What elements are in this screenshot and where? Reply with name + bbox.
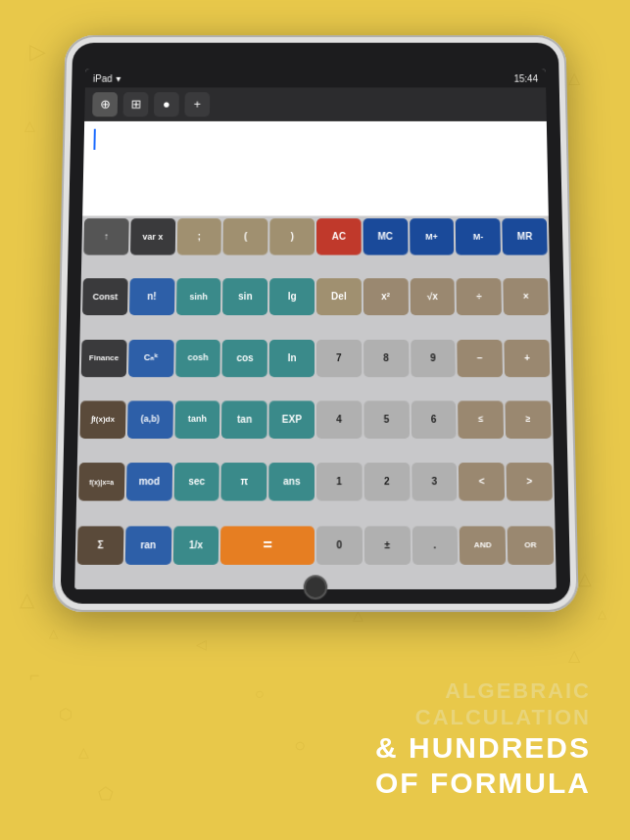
btn-ran[interactable]: ran	[125, 526, 171, 564]
btn-6[interactable]: 6	[411, 400, 457, 439]
btn-finance[interactable]: Finance	[81, 340, 127, 377]
btn-equals[interactable]: =	[220, 526, 315, 564]
btn-tan[interactable]: tan	[221, 400, 267, 439]
text-cursor	[93, 129, 95, 150]
status-bar: iPad ▾ 15:44	[85, 69, 546, 87]
btn-gt[interactable]: >	[507, 463, 553, 501]
promo-line3: & HUNDREDS	[375, 730, 591, 766]
btn-3[interactable]: 3	[412, 463, 458, 501]
calculator-grid: ↑ var x ; ( ) AC MC M+ M- MR Const n! si…	[74, 216, 557, 589]
btn-cos[interactable]: cos	[222, 340, 267, 377]
btn-5[interactable]: 5	[363, 400, 409, 439]
btn-factorial[interactable]: n!	[129, 279, 174, 316]
status-time: 15:44	[513, 73, 538, 84]
ipad-inner: iPad ▾ 15:44 ⊕ ⊞ ● + Mode: String DEG NO…	[60, 43, 570, 604]
btn-2[interactable]: 2	[363, 463, 410, 501]
btn-integral[interactable]: ∫f(x)dx	[79, 400, 125, 439]
btn-lt[interactable]: <	[459, 463, 505, 501]
btn-sigma[interactable]: Σ	[77, 526, 123, 564]
btn-exp[interactable]: EXP	[269, 400, 315, 439]
btn-add[interactable]: +	[505, 340, 551, 377]
btn-ac[interactable]: AC	[316, 218, 362, 255]
promo-line2: CALCULATION	[375, 705, 591, 730]
promo-line1: ALGEBRAIC	[375, 678, 591, 704]
btn-0[interactable]: 0	[316, 526, 363, 564]
ipad-frame: iPad ▾ 15:44 ⊕ ⊞ ● + Mode: String DEG NO…	[52, 35, 579, 612]
btn-1[interactable]: 1	[316, 463, 363, 501]
btn-lparen[interactable]: (	[223, 218, 268, 255]
toolbar-btn-circle[interactable]: ●	[154, 92, 179, 117]
ipad-label: iPad	[93, 73, 113, 84]
status-left: iPad ▾	[93, 73, 121, 84]
btn-or[interactable]: OR	[508, 526, 554, 564]
btn-inv[interactable]: 1/x	[172, 526, 218, 564]
btn-shift[interactable]: ↑	[83, 218, 128, 255]
app-toolbar: ⊕ ⊞ ● +	[84, 87, 547, 121]
btn-sqrt[interactable]: √x	[410, 279, 455, 316]
btn-and[interactable]: AND	[460, 526, 506, 564]
btn-cnk[interactable]: Cₙᵏ	[128, 340, 174, 377]
btn-ans[interactable]: ans	[268, 463, 315, 501]
btn-del[interactable]: Del	[316, 279, 362, 316]
btn-sec[interactable]: sec	[173, 463, 219, 501]
btn-mod[interactable]: mod	[126, 463, 172, 501]
btn-mminus[interactable]: M-	[456, 218, 501, 255]
ipad-screen: iPad ▾ 15:44 ⊕ ⊞ ● + Mode: String DEG NO…	[74, 69, 557, 589]
btn-lg[interactable]: lg	[269, 279, 315, 316]
btn-mul[interactable]: ×	[504, 279, 549, 316]
btn-ln[interactable]: ln	[269, 340, 315, 377]
btn-rparen[interactable]: )	[269, 218, 315, 255]
btn-4[interactable]: 4	[316, 400, 362, 439]
btn-9[interactable]: 9	[411, 340, 456, 377]
btn-varx[interactable]: var x	[130, 218, 175, 255]
home-button[interactable]	[304, 575, 328, 599]
btn-semicolon[interactable]: ;	[176, 218, 221, 255]
toolbar-btn-add[interactable]: +	[184, 92, 210, 117]
promo-line4: OF FORMULA	[375, 766, 591, 801]
btn-geq[interactable]: ≥	[506, 400, 552, 439]
btn-plusminus[interactable]: ±	[364, 526, 411, 564]
display-area	[82, 121, 549, 216]
btn-sub[interactable]: −	[458, 340, 504, 377]
btn-leq[interactable]: ≤	[458, 400, 504, 439]
btn-funceval[interactable]: f(x)|x=a	[78, 463, 124, 501]
promo-text: ALGEBRAIC CALCULATION & HUNDREDS OF FORM…	[375, 678, 591, 801]
btn-const[interactable]: Const	[82, 279, 127, 316]
btn-mr[interactable]: MR	[503, 218, 548, 255]
btn-dot[interactable]: .	[412, 526, 458, 564]
btn-mplus[interactable]: M+	[410, 218, 455, 255]
toolbar-btn-globe[interactable]: ⊕	[92, 92, 118, 117]
btn-tanh[interactable]: tanh	[174, 400, 220, 439]
btn-sin[interactable]: sin	[222, 279, 267, 316]
btn-8[interactable]: 8	[363, 340, 409, 377]
btn-ab[interactable]: (a,b)	[127, 400, 173, 439]
btn-div[interactable]: ÷	[457, 279, 502, 316]
btn-7[interactable]: 7	[316, 340, 362, 377]
toolbar-btn-grid[interactable]: ⊞	[123, 92, 149, 117]
wifi-icon: ▾	[116, 73, 121, 84]
btn-sinh[interactable]: sinh	[176, 279, 221, 316]
btn-cosh[interactable]: cosh	[175, 340, 220, 377]
btn-xsq[interactable]: x²	[363, 279, 409, 316]
btn-pi[interactable]: π	[221, 463, 267, 501]
btn-mc[interactable]: MC	[363, 218, 408, 255]
